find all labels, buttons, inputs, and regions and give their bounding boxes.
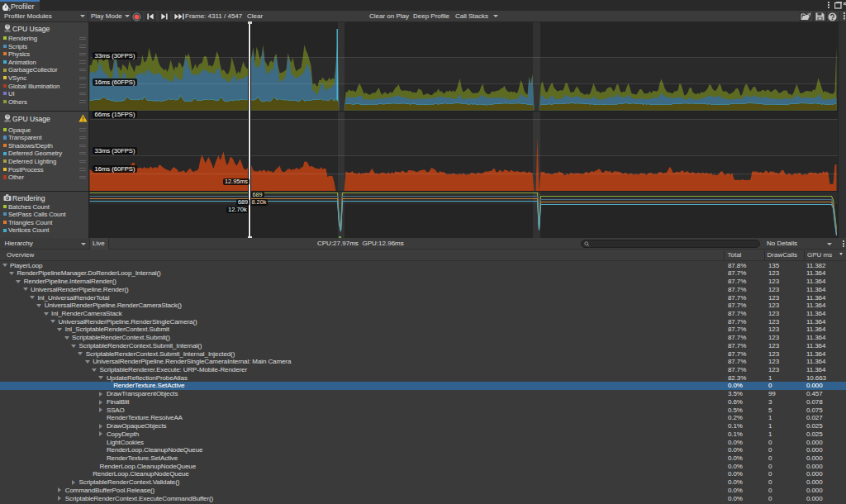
svg-text:CPU: CPU [4, 29, 11, 31]
svg-text:GPU: GPU [4, 120, 11, 122]
